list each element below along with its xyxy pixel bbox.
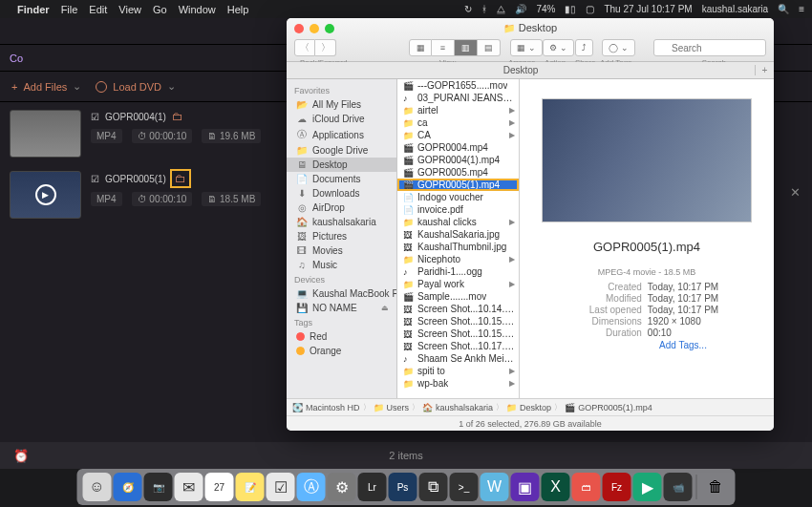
notifications-icon[interactable]: ≡	[799, 4, 804, 14]
sync-icon[interactable]: ↻	[464, 4, 472, 14]
view-gallery-button[interactable]: ▤	[478, 39, 501, 56]
wifi-icon[interactable]: ⧋	[497, 4, 505, 15]
dock-premiere[interactable]: ▣	[511, 473, 540, 501]
dock-photoshop[interactable]: Ps	[389, 473, 417, 501]
file-item[interactable]: 🖼Screen Shot...10.14.58 PM	[397, 303, 519, 315]
dock-finder[interactable]: ☺	[83, 473, 112, 501]
user-name[interactable]: kaushal.sakaria	[702, 4, 768, 14]
menubar-app[interactable]: Finder	[17, 4, 50, 15]
sidebar-item[interactable]: ⬇Downloads	[287, 186, 396, 201]
sidebar-item[interactable]: 💾NO NAME⏏	[287, 301, 396, 315]
file-item[interactable]: 🎬---GOPR1655.....mov	[397, 79, 519, 92]
forward-button[interactable]: 〉	[315, 39, 336, 56]
dock-word[interactable]: W	[481, 473, 509, 501]
action-button[interactable]: ⚙ ⌄	[543, 39, 574, 56]
dock-mission[interactable]: ⧉	[419, 473, 448, 501]
dock-lightroom[interactable]: Lr	[358, 473, 387, 501]
file-item[interactable]: 🎬GOPR0004.mp4	[397, 141, 519, 154]
file-item[interactable]: 📁kaushal clicks▶	[397, 216, 519, 228]
dock-notes[interactable]: 📝	[236, 473, 265, 501]
file-item[interactable]: 📁CA▶	[397, 129, 519, 141]
remove-item-button[interactable]: ✕	[790, 185, 801, 200]
checkbox-icon[interactable]: ☑	[91, 174, 99, 184]
path-segment[interactable]: 💽Macintosh HD	[292, 403, 360, 412]
back-button[interactable]: 〈	[294, 39, 315, 56]
file-item[interactable]: 📁ca▶	[397, 116, 519, 129]
search-input[interactable]	[653, 39, 766, 56]
dock-appstore[interactable]: Ⓐ	[297, 473, 326, 501]
file-item[interactable]: ♪Shaam Se Ankh Mein.mp3	[397, 352, 519, 365]
sidebar-item[interactable]: 🖥Desktop	[287, 158, 396, 172]
dock-reminders[interactable]: ☑	[267, 473, 295, 501]
dock-aperture[interactable]: 📷	[144, 473, 173, 501]
sidebar-item[interactable]: ♫Music	[287, 258, 396, 272]
menu-help[interactable]: Help	[227, 4, 249, 15]
file-item[interactable]: 🎬Sample.......mov	[397, 290, 519, 303]
view-list-button[interactable]: ≡	[432, 39, 455, 56]
path-segment[interactable]: 📁Users	[374, 403, 410, 412]
sidebar-item[interactable]: ◎AirDrop	[287, 201, 396, 215]
tab-desktop[interactable]: Desktop	[287, 65, 755, 75]
sidebar-item[interactable]: 🖼Pictures	[287, 229, 396, 243]
path-segment[interactable]: 🏠kaushalsakaria	[422, 403, 493, 412]
file-item[interactable]: ♪Paridhi-1....ogg	[397, 265, 519, 278]
path-segment[interactable]: 📁Desktop	[506, 403, 551, 412]
sidebar-item[interactable]: 💻Kaushal MacBook Pro⏏	[287, 286, 396, 301]
file-item[interactable]: 🎬GOPR0004(1).mp4	[397, 154, 519, 166]
view-icon-button[interactable]: ▦	[409, 39, 432, 56]
menu-window[interactable]: Window	[179, 4, 216, 15]
sidebar-item[interactable]: ☁iCloud Drive	[287, 112, 396, 126]
file-item[interactable]: 🖼Screen Shot...10.15.22 PM	[397, 327, 519, 340]
output-folder-icon[interactable]: 🗀	[172, 171, 189, 186]
file-item[interactable]: 📁Payal work▶	[397, 278, 519, 290]
volume-icon[interactable]: 🔊	[515, 4, 526, 14]
alarm-icon[interactable]: ⏰	[13, 449, 29, 463]
file-item[interactable]: 📁Nicephoto▶	[397, 253, 519, 265]
menu-edit[interactable]: Edit	[89, 4, 107, 15]
file-item[interactable]: 🖼KaushalSakaria.jpg	[397, 228, 519, 241]
sidebar-tag[interactable]: Red	[287, 329, 396, 344]
airplay-icon[interactable]: ▢	[586, 4, 594, 14]
path-segment[interactable]: 🎬GOPR0005(1).mp4	[565, 403, 652, 412]
file-item[interactable]: 📄Indogo voucher	[397, 191, 519, 203]
view-column-button[interactable]: ▥	[455, 39, 478, 56]
sidebar-item[interactable]: 📄Documents	[287, 172, 396, 186]
share-button[interactable]: ⤴	[575, 39, 593, 56]
dock-terminal[interactable]: >_	[450, 473, 479, 501]
menu-view[interactable]: View	[118, 4, 141, 15]
file-item[interactable]: 📁spiti to▶	[397, 365, 519, 377]
dock-mail[interactable]: ✉	[175, 473, 203, 501]
search-icon[interactable]: 🔍	[778, 4, 789, 14]
sidebar-item[interactable]: 📂All My Files	[287, 97, 396, 112]
file-item[interactable]: 🖼KaushalThumbnil.jpg	[397, 241, 519, 253]
file-item[interactable]: 📁airtel▶	[397, 104, 519, 116]
sidebar-tag[interactable]: Orange	[287, 344, 396, 358]
menu-file[interactable]: File	[61, 4, 78, 15]
tab-convert[interactable]: Co	[10, 53, 23, 64]
video-thumbnail[interactable]	[10, 110, 81, 158]
load-dvd-button[interactable]: Load DVD ⌄	[96, 80, 176, 93]
file-item[interactable]: 🎬GOPR0005.mp4	[397, 166, 519, 179]
dock-gopro[interactable]: 📹	[664, 473, 693, 501]
eject-icon[interactable]: ⏏	[381, 304, 389, 312]
add-tags-link[interactable]: Add Tags...	[659, 340, 707, 350]
sidebar-item[interactable]: 🏠kaushalsakaria	[287, 215, 396, 229]
checkbox-icon[interactable]: ☑	[91, 112, 99, 122]
dock-filezilla[interactable]: Fz	[603, 473, 631, 501]
dock-player[interactable]: ▶	[633, 473, 662, 501]
arrange-button[interactable]: ▦ ⌄	[510, 39, 543, 56]
file-item[interactable]: 📄invoice.pdf	[397, 203, 519, 216]
play-icon[interactable]: ▶	[35, 184, 56, 205]
output-folder-icon[interactable]: 🗀	[172, 110, 183, 123]
preview-thumbnail[interactable]	[542, 98, 752, 222]
file-item[interactable]: 📁wp-bak▶	[397, 377, 519, 390]
dock-excel[interactable]: X	[542, 473, 570, 501]
add-tags-button[interactable]: ◯ ⌄	[602, 39, 635, 56]
new-tab-button[interactable]: +	[755, 65, 774, 75]
dock-calendar[interactable]: 27	[205, 473, 234, 501]
menu-go[interactable]: Go	[153, 4, 167, 15]
dock-finderapp[interactable]: 🗃	[572, 473, 601, 501]
bluetooth-icon[interactable]: ᚼ	[481, 4, 487, 14]
clock-text[interactable]: Thu 27 Jul 10:17 PM	[604, 4, 692, 14]
add-files-button[interactable]: + Add Files ⌄	[11, 80, 81, 93]
